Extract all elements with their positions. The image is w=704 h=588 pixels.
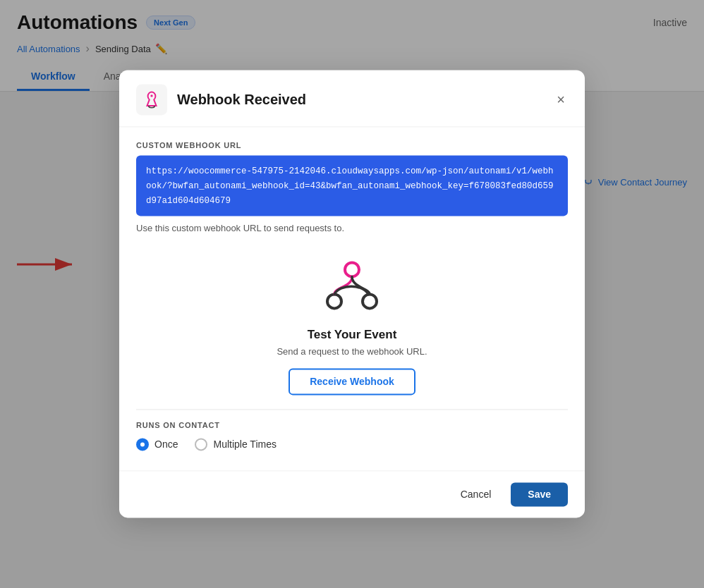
webhook-illustration: Test Your Event Send a request to the we… (136, 248, 568, 410)
runs-on-label: RUNS ON CONTACT (136, 422, 568, 430)
save-button[interactable]: Save (511, 483, 568, 507)
modal-footer: Cancel Save (119, 471, 585, 518)
modal-title-row: Webhook Received (136, 84, 306, 115)
radio-once[interactable]: Once (136, 439, 178, 451)
webhook-logo-svg (320, 259, 384, 316)
modal-body: CUSTOM WEBHOOK URL https://woocommerce-5… (119, 127, 585, 470)
webhook-url-box[interactable]: https://woocommerce-547975-2142046.cloud… (136, 155, 568, 216)
runs-on-section: RUNS ON CONTACT Once Multiple Times (136, 422, 568, 457)
modal-icon-container (136, 84, 167, 115)
modal-title: Webhook Received (177, 92, 306, 108)
radio-multiple-label: Multiple Times (213, 439, 276, 451)
svg-point-4 (363, 295, 377, 309)
svg-point-2 (150, 94, 152, 97)
modal-close-button[interactable]: × (554, 90, 568, 109)
webhook-helper-text: Use this custom webhook URL to send requ… (136, 223, 568, 234)
radio-once-label: Once (154, 439, 178, 451)
receive-webhook-button[interactable]: Receive Webhook (289, 369, 415, 396)
radio-once-indicator (136, 439, 149, 451)
webhook-modal: Webhook Received × CUSTOM WEBHOOK URL ht… (119, 70, 585, 517)
modal-header: Webhook Received × (119, 70, 585, 127)
cancel-button[interactable]: Cancel (449, 484, 503, 506)
section-divider (136, 410, 568, 410)
test-event-title: Test Your Event (308, 329, 397, 343)
test-event-description: Send a request to the webhook URL. (277, 347, 427, 357)
svg-point-5 (345, 263, 359, 277)
webhook-rocket-icon (142, 90, 161, 109)
radio-multiple-indicator (195, 439, 207, 451)
webhook-logo (320, 259, 384, 319)
webhook-url-label: CUSTOM WEBHOOK URL (136, 141, 568, 149)
svg-point-3 (327, 295, 341, 309)
webhook-url-text: https://woocommerce-547975-2142046.cloud… (146, 166, 554, 206)
radio-group: Once Multiple Times (136, 439, 568, 451)
radio-multiple-times[interactable]: Multiple Times (195, 439, 276, 451)
